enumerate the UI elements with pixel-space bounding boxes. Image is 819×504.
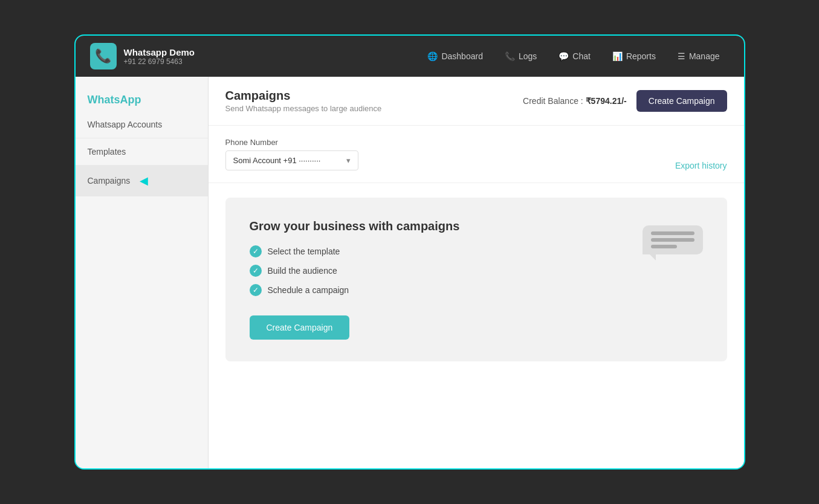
- brand-text: Whatsapp Demo +91 22 6979 5463: [124, 47, 195, 66]
- step-check-icon-1: ✓: [250, 245, 262, 257]
- reports-icon: 📊: [612, 51, 623, 61]
- chevron-down-icon: ▾: [346, 156, 351, 165]
- message-bubble: [643, 225, 703, 254]
- campaign-step-2: ✓ Build the audience: [250, 265, 460, 277]
- page-content: Campaigns Send Whatsapp messages to larg…: [209, 77, 744, 468]
- credit-balance-label: Credit Balance : ₹5794.21/-: [523, 96, 627, 106]
- sidebar-arrow-icon: ◀: [140, 174, 148, 187]
- phone-number-label: Phone Number: [225, 138, 358, 147]
- campaign-text-area: Grow your business with campaigns ✓ Sele…: [250, 219, 460, 340]
- campaign-headline: Grow your business with campaigns: [250, 219, 460, 233]
- sidebar-item-templates[interactable]: Templates: [76, 138, 208, 166]
- brand-area: 📞 Whatsapp Demo +91 22 6979 5463: [90, 43, 195, 69]
- logs-icon: 📞: [505, 51, 515, 61]
- nav-manage[interactable]: ☰ Manage: [668, 47, 730, 66]
- sidebar-item-whatsapp-accounts[interactable]: Whatsapp Accounts: [76, 111, 208, 138]
- page-header: Campaigns Send Whatsapp messages to larg…: [209, 77, 744, 126]
- phone-number-group: Phone Number Somi Account +91 ··········…: [225, 138, 358, 170]
- chat-icon: 💬: [558, 51, 569, 61]
- sidebar: WhatsApp Whatsapp Accounts Templates Cam…: [76, 77, 209, 468]
- step-check-icon-2: ✓: [250, 265, 262, 277]
- export-history-button[interactable]: Export history: [675, 161, 727, 170]
- campaign-step-1: ✓ Select the template: [250, 245, 460, 257]
- page-subtitle: Send Whatsapp messages to large audience: [225, 104, 382, 113]
- dashboard-icon: 🌐: [427, 51, 438, 61]
- credit-amount: ₹5794.21/-: [586, 96, 627, 106]
- brand-icon: 📞: [90, 43, 117, 69]
- nav-dashboard[interactable]: 🌐 Dashboard: [418, 47, 493, 66]
- message-illustration: [636, 225, 703, 280]
- sidebar-item-campaigns[interactable]: Campaigns ◀: [76, 166, 208, 196]
- nav-links: 🌐 Dashboard 📞 Logs 💬 Chat 📊 Reports ☰ Ma…: [418, 47, 729, 66]
- create-campaign-inner-button[interactable]: Create Campaign: [250, 315, 350, 340]
- step-check-icon-3: ✓: [250, 284, 262, 296]
- page-title: Campaigns: [225, 89, 382, 103]
- top-nav: 📞 Whatsapp Demo +91 22 6979 5463 🌐 Dashb…: [76, 36, 744, 77]
- campaign-step-3: ✓ Schedule a campaign: [250, 284, 460, 296]
- nav-reports[interactable]: 📊 Reports: [603, 47, 665, 66]
- page-title-area: Campaigns Send Whatsapp messages to larg…: [225, 89, 382, 113]
- app-window: 📞 Whatsapp Demo +91 22 6979 5463 🌐 Dashb…: [74, 34, 745, 470]
- header-right: Credit Balance : ₹5794.21/- Create Campa…: [523, 90, 727, 112]
- phone-select[interactable]: Somi Account +91 ·········· ▾: [225, 150, 358, 170]
- brand-name: Whatsapp Demo: [124, 47, 195, 57]
- phone-section: Phone Number Somi Account +91 ··········…: [209, 126, 744, 183]
- campaign-steps: ✓ Select the template ✓ Build the audien…: [250, 245, 460, 296]
- nav-chat[interactable]: 💬 Chat: [549, 47, 600, 66]
- manage-icon: ☰: [678, 51, 685, 61]
- brand-phone: +91 22 6979 5463: [124, 57, 195, 66]
- main-content: WhatsApp Whatsapp Accounts Templates Cam…: [76, 77, 744, 468]
- campaign-info-box: Grow your business with campaigns ✓ Sele…: [225, 198, 727, 361]
- sidebar-section-title: WhatsApp: [76, 86, 208, 111]
- create-campaign-header-button[interactable]: Create Campaign: [636, 90, 727, 112]
- nav-logs[interactable]: 📞 Logs: [495, 47, 546, 66]
